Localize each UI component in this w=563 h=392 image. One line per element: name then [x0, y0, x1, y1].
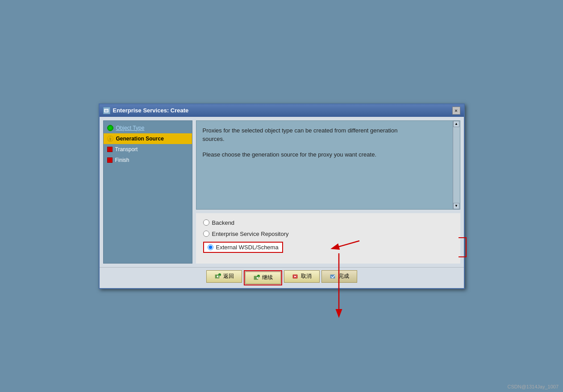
step-icon-generation-source: ! [107, 136, 113, 142]
radio-external-wsdl[interactable] [208, 244, 213, 250]
continue-button[interactable]: + 继续 [245, 272, 281, 284]
right-panel: Proxies for the selected object type can… [196, 120, 460, 264]
info-box: Proxies for the selected object type can… [196, 120, 460, 210]
wizard-step-finish[interactable]: Finish [104, 155, 192, 165]
cancel-icon [292, 273, 299, 280]
window-icon [103, 107, 110, 114]
svg-line-6 [333, 241, 359, 248]
close-button[interactable]: × [452, 107, 460, 115]
wizard-step-transport[interactable]: Transport [104, 144, 192, 155]
button-bar: + 返回 + 继续 [100, 267, 464, 288]
dialog-body: Object Type ! Generation Source Transpor… [100, 117, 464, 267]
radio-label-backend[interactable]: Backend [212, 219, 235, 226]
svg-text:+: + [219, 274, 220, 276]
step-label-transport: Transport [115, 146, 138, 153]
options-area: Backend Enterprise Service Repository Ex… [196, 213, 460, 264]
radio-backend[interactable] [203, 219, 209, 226]
radio-option-backend[interactable]: Backend [203, 219, 453, 226]
step-label-object-type[interactable]: Object Type [116, 125, 145, 131]
svg-text:!: ! [109, 138, 110, 141]
step-icon-transport [107, 147, 113, 152]
title-bar-left: Enterprise Services: Create [103, 107, 189, 114]
svg-point-2 [108, 126, 112, 129]
right-bracket [459, 237, 467, 257]
dialog-title: Enterprise Services: Create [113, 107, 189, 114]
info-text-line1: Proxies for the selected object type can… [203, 126, 454, 144]
title-bar: Enterprise Services: Create × [100, 104, 464, 117]
continue-icon: + [253, 274, 260, 281]
back-icon: + [214, 273, 221, 280]
radio-esr[interactable] [203, 231, 209, 237]
radio-option-external-wsdl-box[interactable]: External WSDL/Schema [203, 242, 283, 253]
svg-rect-0 [104, 109, 108, 112]
info-text-line4: Please choose the generation source for … [203, 150, 454, 159]
cancel-label: 取消 [301, 272, 312, 280]
radio-label-external-wsdl[interactable]: External WSDL/Schema [216, 244, 279, 251]
wizard-step-generation-source[interactable]: ! Generation Source [104, 133, 192, 144]
scroll-up-arrow[interactable]: ▲ [453, 121, 459, 127]
continue-label: 继续 [262, 274, 273, 281]
step-icon-object-type [107, 125, 113, 131]
cancel-button[interactable]: 取消 [284, 270, 320, 283]
back-button[interactable]: + 返回 [206, 270, 242, 283]
radio-label-esr[interactable]: Enterprise Service Repository [212, 231, 289, 237]
arrow-to-continue [321, 249, 357, 320]
back-label: 返回 [223, 272, 234, 280]
step-icon-finish [107, 157, 113, 163]
dialog-window: Enterprise Services: Create × Object Typ… [99, 103, 465, 289]
step-label-generation-source: Generation Source [116, 136, 164, 142]
svg-text:+: + [258, 275, 259, 278]
radio-option-esr[interactable]: Enterprise Service Repository [203, 231, 453, 237]
wizard-steps-panel: Object Type ! Generation Source Transpor… [103, 120, 192, 264]
continue-button-wrapper: + 继续 [244, 270, 282, 285]
watermark: CSDN@1314Jay_1007 [507, 384, 559, 389]
scroll-down-arrow[interactable]: ▼ [453, 203, 459, 209]
wizard-step-object-type[interactable]: Object Type [104, 123, 192, 133]
step-label-finish: Finish [115, 157, 129, 163]
scrollbar[interactable]: ▲ ▼ [453, 121, 460, 209]
